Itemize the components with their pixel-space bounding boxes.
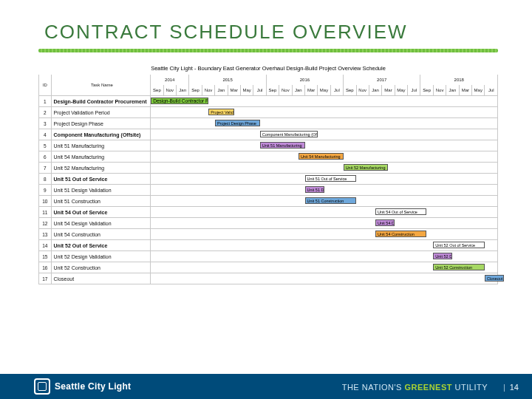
logo-icon [34,378,50,395]
month-cell: Mar [304,85,317,96]
task-row: 6Unit 54 ManufacturingUnit 54 Manufactur… [39,151,498,163]
task-timeline: Unit 54 Manufacturing [151,151,498,163]
tagline-strong: GREENEST [404,383,452,392]
month-cell: Sep [151,85,163,96]
month-cell: Mar [459,85,471,96]
task-row: 9Unit 51 Design ValidationUnit 51 Design… [39,185,498,196]
task-id: 9 [39,185,52,196]
task-name: Unit 51 Out of Service [51,174,151,185]
month-cell: Nov [279,85,292,96]
year-2014: 2014 [151,75,189,85]
task-timeline: Unit 52 Design Validation [151,251,498,262]
gantt-bar: Unit 52 Design Validation [433,253,452,259]
task-id: 14 [39,240,52,251]
task-row: 1Design-Build Contractor ProcurementDesi… [39,96,498,107]
logo: Seattle City Light [34,378,131,395]
task-row: 13Unit 54 ConstructionUnit 54 Constructi… [39,229,498,240]
task-id: 16 [39,262,52,273]
task-timeline: Component Manufacturing (Offsite) [151,129,498,140]
task-id: 17 [39,273,52,284]
task-name: Unit 52 Manufacturing [51,163,151,174]
task-id: 8 [39,174,52,185]
task-timeline: Project Validation Period [151,107,498,118]
task-name: Unit 54 Out of Service [51,207,151,218]
task-name: Project Validation Period [51,107,151,118]
task-row: 15Unit 52 Design ValidationUnit 52 Desig… [39,251,498,262]
task-id: 12 [39,218,52,229]
slide-title: CONTRACT SCHEDULE OVERVIEW [44,21,408,44]
month-cell: May [472,85,485,96]
month-cell: Nov [163,85,176,96]
gantt-bar: Unit 51 Out of Service [305,175,356,182]
month-cell: Mar [382,85,395,96]
task-row: 10Unit 51 ConstructionUnit 51 Constructi… [39,196,498,207]
logo-text: Seattle City Light [55,381,131,392]
month-cell: Jul [330,85,343,96]
slide-footer: Seattle City Light THE NATION'S GREENEST… [0,374,532,399]
task-name: Project Design Phase [51,118,151,129]
task-row: 2Project Validation PeriodProject Valida… [39,107,498,118]
task-id: 1 [39,96,52,107]
task-timeline: Closeout [151,273,498,284]
gantt-bar: Unit 52 Out of Service [433,242,484,248]
task-timeline: Unit 52 Out of Service [151,240,498,251]
task-id: 7 [39,163,52,174]
task-name: Design-Build Contractor Procurement [51,96,151,107]
task-timeline: Unit 52 Manufacturing [151,163,498,174]
month-cell: May [318,85,330,96]
task-id: 13 [39,229,52,240]
month-cell: Sep [189,85,202,96]
task-id: 10 [39,196,52,207]
task-id: 3 [39,118,52,129]
tagline-suffix: UTILITY [452,383,488,392]
task-timeline: Unit 51 Manufacturing [151,140,498,151]
gantt-bar: Project Validation Period [208,109,234,115]
page-number: 14 [503,383,519,392]
tagline-prefix: THE NATION'S [342,383,405,392]
task-id: 2 [39,107,52,118]
chart-title: Seattle City Light - Boundary East Gener… [38,65,498,72]
year-row: ID Task Name 2014 2015 2016 2017 2018 [39,75,498,85]
month-cell: Jan [215,85,228,96]
task-row: 11Unit 54 Out of ServiceUnit 54 Out of S… [39,207,498,218]
month-cell: Jul [408,85,420,96]
month-cell: Jul [253,85,266,96]
task-name: Closeout [51,273,151,284]
task-row: 17CloseoutCloseout [39,273,498,284]
task-name: Unit 52 Design Validation [51,251,151,262]
task-name: Unit 52 Construction [51,262,151,273]
gantt-bar: Unit 54 Design Validation [375,219,395,226]
month-cell: Sep [344,85,356,96]
task-row: 5Unit 51 ManufacturingUnit 51 Manufactur… [39,140,498,151]
task-row: 14Unit 52 Out of ServiceUnit 52 Out of S… [39,240,498,251]
month-cell: Nov [433,85,446,96]
year-2015: 2015 [189,75,266,85]
task-row: 4Component Manufacturing (Offsite)Compon… [39,129,498,140]
task-row: 3Project Design PhaseProject Design Phas… [39,118,498,129]
gantt-bar: Unit 54 Construction [375,231,426,237]
tagline: THE NATION'S GREENEST UTILITY [342,383,488,392]
gantt-table: ID Task Name 2014 2015 2016 2017 2018 Se… [38,75,498,284]
task-timeline: Unit 54 Design Validation [151,218,498,229]
task-row: 7Unit 52 ManufacturingUnit 52 Manufactur… [39,163,498,174]
task-timeline: Unit 54 Out of Service [151,207,498,218]
task-name: Unit 54 Design Validation [51,218,151,229]
gantt-bar: Design-Build Contractor Procurement [151,98,208,104]
task-id: 4 [39,129,52,140]
task-id: 11 [39,207,52,218]
gantt-bar: Unit 54 Manufacturing [299,153,344,160]
title-underline [38,49,498,52]
year-2018: 2018 [420,75,498,85]
gantt-bar: Unit 52 Construction [433,264,484,270]
gantt-header: ID Task Name 2014 2015 2016 2017 2018 Se… [39,75,498,96]
task-timeline: Unit 54 Construction [151,229,498,240]
task-timeline: Unit 52 Construction [151,262,498,273]
task-name: Unit 52 Out of Service [51,240,151,251]
gantt-bar: Unit 51 Manufacturing [260,142,305,149]
gantt-bar: Component Manufacturing (Offsite) [260,131,318,137]
task-id: 5 [39,140,52,151]
month-cell: Mar [228,85,240,96]
task-timeline: Unit 51 Out of Service [151,174,498,185]
schedule-chart: Seattle City Light - Boundary East Gener… [38,61,498,284]
task-name: Unit 51 Design Validation [51,185,151,196]
